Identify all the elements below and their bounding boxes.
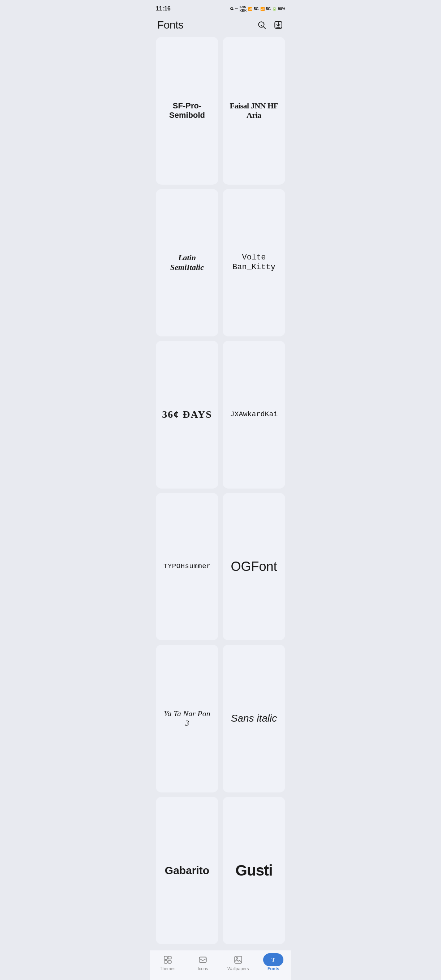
font-card-jxa-awkard[interactable]: JXAwkardKai [223, 341, 285, 488]
network-5g-2: 5G [266, 7, 271, 11]
nav-item-wallpapers[interactable]: Wallpapers [221, 953, 256, 973]
wallpapers-label: Wallpapers [228, 966, 249, 971]
font-card-ya-ta-nar[interactable]: Ya Ta Nar Pon 3 [156, 645, 218, 792]
icons-nav-icon [198, 955, 208, 965]
svg-point-2 [261, 25, 262, 26]
fonts-label: Fonts [267, 966, 279, 971]
battery-icon: 🔋 [272, 7, 277, 11]
font-label-og-font: OGFont [231, 558, 277, 574]
signal-icon-2: 📶 [260, 7, 264, 11]
search-button[interactable] [256, 19, 267, 30]
font-card-latin-semitalic[interactable]: Latin SemiItalic [156, 189, 218, 337]
font-card-og-font[interactable]: OGFont [223, 493, 285, 641]
wallpapers-icon [233, 955, 243, 965]
svg-rect-10 [199, 957, 207, 962]
header: Fonts [150, 16, 291, 37]
search-icon [257, 20, 266, 30]
download-icon [274, 20, 283, 30]
status-bar: 11:16 🌤 ··· 5.95KBK 📶 5G 📶 5G 🔋 90% [150, 0, 291, 16]
themes-label: Themes [160, 966, 175, 971]
font-label-volte-ban-kitty: Volte Ban_Kitty [228, 253, 279, 272]
font-card-36-days[interactable]: 36¢ ĐAYS [156, 341, 218, 488]
nav-item-icons[interactable]: Icons [185, 953, 221, 973]
font-grid: SF-Pro-SemiboldFaisal JNN HF AriaLatin S… [150, 37, 291, 950]
font-label-sf-pro-semibold: SF-Pro-Semibold [162, 101, 213, 120]
nav-item-themes[interactable]: Themes [150, 953, 185, 973]
font-card-sf-pro-semibold[interactable]: SF-Pro-Semibold [156, 37, 218, 185]
network-5g-1: 5G [254, 7, 258, 11]
font-label-gabarito: Gabarito [165, 864, 209, 877]
svg-rect-8 [168, 956, 171, 959]
data-speed: 5.95KBK [240, 5, 247, 12]
svg-text:T: T [272, 957, 275, 963]
svg-rect-9 [168, 961, 171, 963]
status-time: 11:16 [156, 5, 170, 12]
weather-icon: 🌤 [230, 7, 234, 11]
svg-line-1 [264, 27, 266, 29]
font-card-typoh-summer[interactable]: TYPOHsummer [156, 493, 218, 641]
font-card-gabarito[interactable]: Gabarito [156, 797, 218, 945]
signal-icon-1: 📶 [248, 7, 252, 11]
svg-point-0 [258, 22, 264, 27]
font-label-typoh-summer: TYPOHsummer [163, 562, 211, 571]
download-button[interactable] [273, 19, 284, 30]
font-label-jxa-awkard: JXAwkardKai [230, 410, 278, 419]
svg-rect-6 [164, 956, 167, 959]
font-card-gusti[interactable]: Gusti [223, 797, 285, 945]
font-label-gusti: Gusti [235, 861, 272, 880]
status-icons: 🌤 ··· 5.95KBK 📶 5G 📶 5G 🔋 90% [230, 5, 285, 12]
svg-rect-11 [235, 956, 242, 963]
font-label-sans-italic: Sans italic [231, 712, 277, 724]
icons-label: Icons [198, 966, 208, 971]
themes-icon [163, 955, 173, 965]
svg-rect-7 [164, 961, 167, 963]
fonts-nav-icon: T [268, 955, 279, 965]
nav-item-fonts[interactable]: T Fonts [256, 953, 291, 973]
font-label-faisal-jnn: Faisal JNN HF Aria [228, 101, 279, 120]
battery-percent: 90% [278, 7, 285, 11]
ellipsis: ··· [235, 7, 238, 11]
font-label-ya-ta-nar: Ya Ta Nar Pon 3 [162, 709, 213, 728]
header-actions [256, 19, 284, 30]
font-card-sans-italic[interactable]: Sans italic [223, 645, 285, 792]
font-card-faisal-jnn[interactable]: Faisal JNN HF Aria [223, 37, 285, 185]
font-card-volte-ban-kitty[interactable]: Volte Ban_Kitty [223, 189, 285, 337]
font-label-36-days: 36¢ ĐAYS [162, 408, 212, 421]
page-title: Fonts [157, 19, 184, 31]
bottom-nav: Themes Icons Wallpapers T [150, 950, 291, 980]
svg-point-12 [236, 958, 237, 959]
font-label-latin-semitalic: Latin SemiItalic [162, 253, 213, 272]
